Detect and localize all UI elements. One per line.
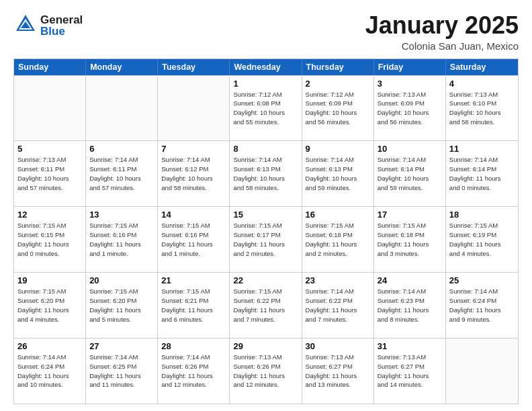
day-number: 31 xyxy=(378,341,442,351)
day-info: Sunrise: 7:14 AM Sunset: 6:24 PM Dayligh… xyxy=(449,287,515,324)
day-info: Sunrise: 7:15 AM Sunset: 6:18 PM Dayligh… xyxy=(378,221,442,258)
day-info: Sunrise: 7:15 AM Sunset: 6:19 PM Dayligh… xyxy=(449,221,515,258)
day-info: Sunrise: 7:15 AM Sunset: 6:16 PM Dayligh… xyxy=(89,221,154,258)
day-number: 5 xyxy=(17,144,82,154)
cal-cell: 6Sunrise: 7:14 AM Sunset: 6:11 PM Daylig… xyxy=(86,141,158,206)
header: General Blue January 2025 Colonia San Ju… xyxy=(13,12,519,52)
cal-week-5: 26Sunrise: 7:14 AM Sunset: 6:24 PM Dayli… xyxy=(14,338,518,404)
day-info: Sunrise: 7:13 AM Sunset: 6:11 PM Dayligh… xyxy=(17,155,82,192)
day-info: Sunrise: 7:14 AM Sunset: 6:13 PM Dayligh… xyxy=(306,155,370,192)
day-number: 15 xyxy=(233,210,298,220)
cal-cell: 7Sunrise: 7:14 AM Sunset: 6:12 PM Daylig… xyxy=(158,141,230,206)
day-info: Sunrise: 7:15 AM Sunset: 6:22 PM Dayligh… xyxy=(233,287,298,324)
cal-header-wednesday: Wednesday xyxy=(230,59,302,75)
day-number: 16 xyxy=(306,210,370,220)
day-number: 27 xyxy=(89,341,154,351)
day-info: Sunrise: 7:13 AM Sunset: 6:27 PM Dayligh… xyxy=(306,353,370,390)
logo-general-text: General xyxy=(40,14,83,26)
day-info: Sunrise: 7:12 AM Sunset: 6:08 PM Dayligh… xyxy=(233,90,298,127)
cal-header-sunday: Sunday xyxy=(14,59,86,75)
day-info: Sunrise: 7:15 AM Sunset: 6:20 PM Dayligh… xyxy=(89,287,154,324)
calendar: SundayMondayTuesdayWednesdayThursdayFrid… xyxy=(13,58,519,404)
cal-week-1: 1Sunrise: 7:12 AM Sunset: 6:08 PM Daylig… xyxy=(14,75,518,141)
day-number: 3 xyxy=(378,79,442,89)
day-number: 12 xyxy=(17,210,82,220)
day-number: 22 xyxy=(233,275,298,285)
day-info: Sunrise: 7:15 AM Sunset: 6:18 PM Dayligh… xyxy=(306,221,370,258)
cal-header-tuesday: Tuesday xyxy=(158,59,230,75)
day-number: 25 xyxy=(449,275,515,285)
cal-cell: 3Sunrise: 7:13 AM Sunset: 6:09 PM Daylig… xyxy=(374,76,446,141)
cal-cell: 26Sunrise: 7:14 AM Sunset: 6:24 PM Dayli… xyxy=(14,338,86,404)
cal-cell: 1Sunrise: 7:12 AM Sunset: 6:08 PM Daylig… xyxy=(230,76,302,141)
cal-cell: 14Sunrise: 7:15 AM Sunset: 6:16 PM Dayli… xyxy=(158,207,230,272)
logo-texts: General Blue xyxy=(40,14,83,37)
cal-cell: 5Sunrise: 7:13 AM Sunset: 6:11 PM Daylig… xyxy=(14,141,86,206)
cal-cell: 12Sunrise: 7:15 AM Sunset: 6:15 PM Dayli… xyxy=(14,207,86,272)
day-number: 24 xyxy=(378,275,442,285)
day-number: 7 xyxy=(161,144,226,154)
cal-cell: 21Sunrise: 7:15 AM Sunset: 6:21 PM Dayli… xyxy=(158,273,230,338)
cal-week-3: 12Sunrise: 7:15 AM Sunset: 6:15 PM Dayli… xyxy=(14,206,518,272)
cal-cell: 27Sunrise: 7:14 AM Sunset: 6:25 PM Dayli… xyxy=(86,338,158,404)
day-info: Sunrise: 7:14 AM Sunset: 6:24 PM Dayligh… xyxy=(17,353,82,390)
cal-cell: 30Sunrise: 7:13 AM Sunset: 6:27 PM Dayli… xyxy=(302,338,374,404)
day-number: 30 xyxy=(306,341,370,351)
cal-cell: 13Sunrise: 7:15 AM Sunset: 6:16 PM Dayli… xyxy=(86,207,158,272)
day-info: Sunrise: 7:13 AM Sunset: 6:26 PM Dayligh… xyxy=(233,353,298,390)
day-info: Sunrise: 7:15 AM Sunset: 6:20 PM Dayligh… xyxy=(17,287,82,324)
day-number: 11 xyxy=(449,144,515,154)
cal-cell: 22Sunrise: 7:15 AM Sunset: 6:22 PM Dayli… xyxy=(230,273,302,338)
day-info: Sunrise: 7:15 AM Sunset: 6:15 PM Dayligh… xyxy=(17,221,82,258)
cal-cell: 29Sunrise: 7:13 AM Sunset: 6:26 PM Dayli… xyxy=(230,338,302,404)
day-info: Sunrise: 7:14 AM Sunset: 6:14 PM Dayligh… xyxy=(378,155,442,192)
cal-week-2: 5Sunrise: 7:13 AM Sunset: 6:11 PM Daylig… xyxy=(14,140,518,206)
day-number: 18 xyxy=(449,210,515,220)
cal-cell xyxy=(158,76,230,141)
page: General Blue January 2025 Colonia San Ju… xyxy=(0,0,532,411)
day-info: Sunrise: 7:14 AM Sunset: 6:26 PM Dayligh… xyxy=(161,353,226,390)
cal-cell: 15Sunrise: 7:15 AM Sunset: 6:17 PM Dayli… xyxy=(230,207,302,272)
day-info: Sunrise: 7:14 AM Sunset: 6:12 PM Dayligh… xyxy=(161,155,226,192)
logo-icon xyxy=(13,12,38,39)
day-number: 26 xyxy=(17,341,82,351)
subtitle: Colonia San Juan, Mexico xyxy=(365,40,519,52)
day-info: Sunrise: 7:15 AM Sunset: 6:16 PM Dayligh… xyxy=(161,221,226,258)
cal-cell: 25Sunrise: 7:14 AM Sunset: 6:24 PM Dayli… xyxy=(446,273,518,338)
cal-cell xyxy=(86,76,158,141)
cal-cell: 23Sunrise: 7:14 AM Sunset: 6:22 PM Dayli… xyxy=(302,273,374,338)
day-number: 14 xyxy=(161,210,226,220)
day-number: 17 xyxy=(378,210,442,220)
day-info: Sunrise: 7:14 AM Sunset: 6:13 PM Dayligh… xyxy=(233,155,298,192)
day-info: Sunrise: 7:14 AM Sunset: 6:25 PM Dayligh… xyxy=(89,353,154,390)
cal-cell: 19Sunrise: 7:15 AM Sunset: 6:20 PM Dayli… xyxy=(14,273,86,338)
day-number: 2 xyxy=(306,79,370,89)
day-info: Sunrise: 7:15 AM Sunset: 6:21 PM Dayligh… xyxy=(161,287,226,324)
cal-cell: 31Sunrise: 7:13 AM Sunset: 6:27 PM Dayli… xyxy=(374,338,446,404)
main-title: January 2025 xyxy=(365,12,519,39)
cal-header-friday: Friday xyxy=(374,59,446,75)
cal-header-thursday: Thursday xyxy=(302,59,374,75)
calendar-header-row: SundayMondayTuesdayWednesdayThursdayFrid… xyxy=(14,59,518,75)
day-number: 1 xyxy=(233,79,298,89)
cal-cell xyxy=(446,338,518,404)
day-info: Sunrise: 7:14 AM Sunset: 6:14 PM Dayligh… xyxy=(449,155,515,192)
cal-header-saturday: Saturday xyxy=(446,59,518,75)
cal-cell: 9Sunrise: 7:14 AM Sunset: 6:13 PM Daylig… xyxy=(302,141,374,206)
cal-week-4: 19Sunrise: 7:15 AM Sunset: 6:20 PM Dayli… xyxy=(14,272,518,338)
day-number: 9 xyxy=(306,144,370,154)
day-info: Sunrise: 7:14 AM Sunset: 6:23 PM Dayligh… xyxy=(378,287,442,324)
day-info: Sunrise: 7:13 AM Sunset: 6:10 PM Dayligh… xyxy=(449,90,515,127)
cal-cell xyxy=(14,76,86,141)
cal-cell: 8Sunrise: 7:14 AM Sunset: 6:13 PM Daylig… xyxy=(230,141,302,206)
logo-blue-text: Blue xyxy=(40,26,83,37)
cal-cell: 20Sunrise: 7:15 AM Sunset: 6:20 PM Dayli… xyxy=(86,273,158,338)
cal-cell: 28Sunrise: 7:14 AM Sunset: 6:26 PM Dayli… xyxy=(158,338,230,404)
cal-cell: 2Sunrise: 7:12 AM Sunset: 6:09 PM Daylig… xyxy=(302,76,374,141)
day-info: Sunrise: 7:13 AM Sunset: 6:27 PM Dayligh… xyxy=(378,353,442,390)
logo: General Blue xyxy=(13,12,83,39)
day-info: Sunrise: 7:14 AM Sunset: 6:22 PM Dayligh… xyxy=(306,287,370,324)
cal-cell: 16Sunrise: 7:15 AM Sunset: 6:18 PM Dayli… xyxy=(302,207,374,272)
cal-cell: 11Sunrise: 7:14 AM Sunset: 6:14 PM Dayli… xyxy=(446,141,518,206)
title-block: January 2025 Colonia San Juan, Mexico xyxy=(365,12,519,52)
